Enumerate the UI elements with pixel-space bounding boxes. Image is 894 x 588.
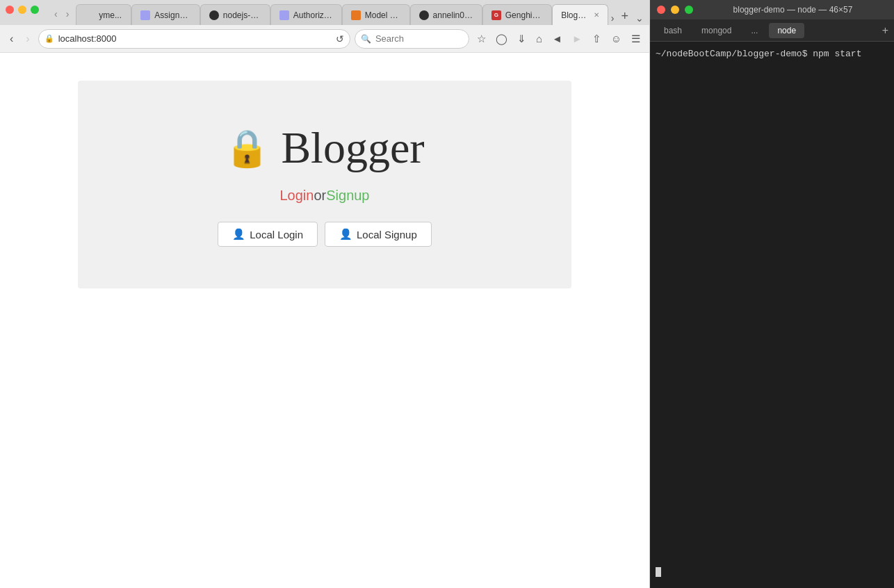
tab-overflow-button[interactable]: › bbox=[608, 13, 617, 24]
maximize-button[interactable] bbox=[31, 6, 39, 14]
login-text: Login bbox=[279, 188, 314, 204]
signup-text: Signup bbox=[326, 188, 369, 204]
address-bar-container[interactable]: 🔒 ↺ bbox=[38, 29, 350, 49]
forward-history-button[interactable]: ► bbox=[569, 30, 586, 47]
local-login-label: Local Login bbox=[250, 229, 303, 240]
tab-label-3: nodejs-bl... bbox=[223, 10, 261, 20]
back-history-button[interactable]: ◄ bbox=[548, 30, 566, 47]
terminal-new-tab-button[interactable]: + bbox=[882, 24, 888, 37]
address-lock-icon: 🔒 bbox=[44, 34, 54, 43]
terminal-command: ~/nodeBootCamp/blogger-demo$ npm start bbox=[656, 49, 861, 59]
forward-button[interactable]: › bbox=[22, 30, 33, 48]
tab-close-icon-8[interactable]: ✕ bbox=[594, 11, 599, 19]
browser-tab-1[interactable]: yme... bbox=[76, 4, 131, 25]
browser-tab-5[interactable]: Model O... bbox=[342, 4, 410, 25]
reading-list-button[interactable]: ◯ bbox=[492, 30, 511, 48]
tab-label-4: Authoriza... bbox=[293, 10, 333, 20]
minimize-button[interactable] bbox=[18, 6, 26, 14]
local-login-button[interactable]: 👤 Local Login bbox=[218, 222, 318, 247]
browser-tab-2[interactable]: Assignm... bbox=[131, 4, 200, 25]
lock-icon: 🔒 bbox=[225, 127, 270, 170]
emoji-button[interactable]: ☺ bbox=[608, 30, 625, 47]
address-input[interactable] bbox=[58, 33, 332, 44]
blogger-title: 🔒 Blogger bbox=[225, 122, 424, 174]
terminal-tabs: bash mongod ... node + bbox=[650, 19, 894, 42]
tab-label-6: annelin07... bbox=[433, 10, 473, 20]
browser-tab-6[interactable]: annelin07... bbox=[410, 4, 482, 25]
tab-forward-button[interactable]: › bbox=[62, 6, 74, 22]
tab-favicon-4 bbox=[279, 10, 289, 20]
menu-button[interactable]: ☰ bbox=[628, 30, 644, 48]
home-button[interactable]: ⌂ bbox=[533, 30, 546, 47]
user-icon-signup: 👤 bbox=[339, 228, 352, 240]
tab-menu-button[interactable]: ⌄ bbox=[633, 13, 647, 24]
toolbar-actions: ☆ ◯ ⇓ ⌂ ◄ ► ⇧ ☺ ☰ bbox=[473, 30, 644, 48]
tab-label-5: Model O... bbox=[365, 10, 401, 20]
browser-window: ‹ › yme... Assignm... nodejs-bl... Autho… bbox=[0, 0, 650, 588]
close-button[interactable] bbox=[6, 6, 14, 14]
browser-tab-7[interactable]: G Genghis ... bbox=[482, 4, 552, 25]
browser-tab-3[interactable]: nodejs-bl... bbox=[200, 4, 270, 25]
app-name: Blogger bbox=[281, 122, 424, 174]
blogger-card: 🔒 Blogger Login or Signup 👤 Local Login … bbox=[78, 81, 571, 288]
window-controls bbox=[6, 6, 39, 14]
terminal-close-button[interactable] bbox=[657, 6, 665, 14]
login-signup-tagline: Login or Signup bbox=[279, 188, 369, 204]
tab-favicon-5 bbox=[351, 10, 361, 20]
tab-bar: ‹ › yme... Assignm... nodejs-bl... Autho… bbox=[0, 0, 649, 25]
terminal-tab-bash[interactable]: bash bbox=[656, 23, 690, 38]
tab-favicon-1 bbox=[85, 10, 95, 20]
new-tab-button[interactable]: + bbox=[617, 9, 633, 24]
terminal-minimize-button[interactable] bbox=[671, 6, 679, 14]
terminal-body: ~/nodeBootCamp/blogger-demo$ npm start bbox=[650, 42, 894, 588]
terminal-maximize-button[interactable] bbox=[685, 6, 693, 14]
tab-favicon-6 bbox=[419, 10, 429, 20]
browser-tab-4[interactable]: Authoriza... bbox=[270, 4, 342, 25]
tab-label-8: Blogger bbox=[561, 10, 588, 20]
download-button[interactable]: ⇓ bbox=[514, 30, 530, 48]
terminal-cursor bbox=[656, 567, 661, 577]
browser-toolbar: ‹ › 🔒 ↺ 🔍 ☆ ◯ ⇓ ⌂ ◄ ► ⇧ ☺ ☰ bbox=[0, 25, 649, 53]
terminal-tab-more[interactable]: ... bbox=[742, 23, 766, 38]
tab-label-1: yme... bbox=[99, 10, 122, 20]
terminal-title-bar: blogger-demo — node — 46×57 bbox=[650, 0, 894, 19]
terminal-title: blogger-demo — node — 46×57 bbox=[699, 5, 887, 15]
reload-button[interactable]: ↺ bbox=[336, 33, 344, 44]
tab-back-button[interactable]: ‹ bbox=[50, 6, 62, 22]
tab-favicon-3 bbox=[209, 10, 219, 20]
terminal-tab-node[interactable]: node bbox=[769, 23, 804, 38]
search-input[interactable] bbox=[375, 33, 463, 44]
terminal-tab-mongod[interactable]: mongod bbox=[693, 23, 740, 38]
or-text: or bbox=[314, 188, 326, 204]
local-signup-button[interactable]: 👤 Local Signup bbox=[325, 222, 432, 247]
back-button[interactable]: ‹ bbox=[6, 30, 17, 48]
search-icon: 🔍 bbox=[361, 34, 371, 44]
terminal-pane: blogger-demo — node — 46×57 bash mongod … bbox=[650, 0, 894, 588]
tab-favicon-2 bbox=[140, 10, 150, 20]
tab-label-2: Assignm... bbox=[154, 10, 190, 20]
browser-content: 🔒 Blogger Login or Signup 👤 Local Login … bbox=[0, 53, 649, 588]
terminal-prompt: ~/nodeBootCamp/blogger-demo$ npm start bbox=[656, 47, 888, 61]
share-button[interactable]: ⇧ bbox=[589, 30, 605, 48]
main-layout: ‹ › yme... Assignm... nodejs-bl... Autho… bbox=[0, 0, 894, 588]
bookmark-star-button[interactable]: ☆ bbox=[473, 30, 489, 48]
tab-label-7: Genghis ... bbox=[505, 10, 543, 20]
search-bar-container[interactable]: 🔍 bbox=[355, 29, 469, 49]
local-signup-label: Local Signup bbox=[357, 229, 417, 240]
browser-tab-8[interactable]: Blogger ✕ bbox=[552, 4, 608, 25]
user-icon-login: 👤 bbox=[232, 228, 245, 240]
auth-buttons: 👤 Local Login 👤 Local Signup bbox=[218, 222, 431, 247]
